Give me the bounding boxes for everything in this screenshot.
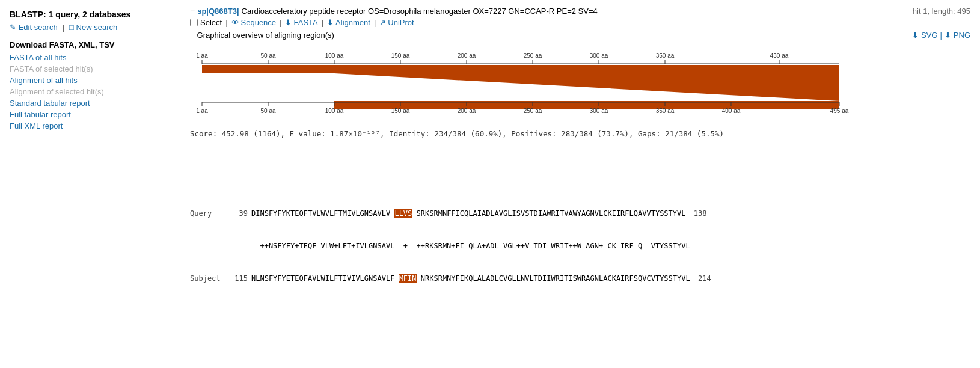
sidebar-link-std-tabular[interactable]: Standard tabular report xyxy=(10,99,170,108)
select-checkbox[interactable] xyxy=(190,19,198,26)
subject-row-1: Subject115NLNSFYFYETEQFAVLWILFTIVIVLGNSA… xyxy=(190,273,970,284)
hit-header: − sp|Q868T3| Cardioacceleratory peptide … xyxy=(190,6,970,16)
blastp-title: BLASTP: 1 query, 2 databases xyxy=(10,10,170,19)
sidebar-link-align-all[interactable]: Alignment of all hits xyxy=(10,76,170,85)
download-icon4: ⬇ xyxy=(945,31,951,40)
sidebar-link-full-xml[interactable]: Full XML report xyxy=(10,121,170,130)
eye-icon: 👁 xyxy=(231,18,239,27)
external-link-icon: ↗ xyxy=(379,18,386,27)
alignment-seq-block-2: Query139VASIDRYDAITHPMNFS SWKRARVLVMLAWL… xyxy=(190,356,970,368)
fasta-action[interactable]: ⬇ FASTA xyxy=(285,18,317,27)
svg-marker-20 xyxy=(202,73,839,101)
alignment-action[interactable]: ⬇ Alignment xyxy=(327,18,370,27)
hit-accession-link[interactable]: sp|Q868T3| xyxy=(197,7,239,16)
svg-text:200 aa: 200 aa xyxy=(458,108,476,114)
svg-text:495 aa: 495 aa xyxy=(830,108,849,114)
svg-text:1 aa: 1 aa xyxy=(196,52,208,59)
sidebar-link-align-selected: Alignment of selected hit(s) xyxy=(10,87,170,96)
hit-description: Cardioacceleratory peptide receptor OS=D… xyxy=(242,7,598,16)
alignment-seq-block-1: Query39DINSFYFYKTEQFTVLWVLFTMIVLGNSAVLV … xyxy=(190,186,970,305)
svg-text:300 aa: 300 aa xyxy=(590,52,608,59)
svg-text:200 aa: 200 aa xyxy=(458,52,476,59)
svg-text:100 aa: 100 aa xyxy=(325,52,344,59)
pencil-icon: ✎ xyxy=(10,23,16,32)
svg-text:250 aa: 250 aa xyxy=(524,108,542,114)
svg-text:150 aa: 150 aa xyxy=(391,52,410,59)
new-search-link[interactable]: □ New search xyxy=(69,23,117,32)
sidebar-link-fasta-selected: FASTA of selected hit(s) xyxy=(10,64,170,73)
graphical-section: − Graphical overview of aligning region(… xyxy=(190,31,970,127)
alignment-graphic: 1 aa 50 aa 100 aa 150 aa 200 aa 250 aa 3… xyxy=(190,41,851,125)
download-icon2: ⬇ xyxy=(327,18,334,27)
collapse-hit-button[interactable]: − xyxy=(190,6,195,16)
sequence-action[interactable]: 👁 Sequence xyxy=(231,18,277,27)
svg-text:300 aa: 300 aa xyxy=(590,108,608,114)
document-icon: □ xyxy=(69,23,74,32)
query-row-1: Query39DINSFYFYKTEQFTVLWVLFTMIVLGNSAVLV … xyxy=(190,208,970,219)
svg-text:430 aa: 430 aa xyxy=(770,52,789,59)
svg-text:250 aa: 250 aa xyxy=(524,52,542,59)
svg-text:1 aa: 1 aa xyxy=(196,108,208,114)
svg-text:100 aa: 100 aa xyxy=(325,108,344,114)
graphical-collapse-btn[interactable]: − xyxy=(190,31,195,40)
svg-rect-19 xyxy=(202,65,839,73)
svg-download-link[interactable]: SVG xyxy=(921,31,937,40)
download-icon: ⬇ xyxy=(285,18,292,27)
svg-text:400 aa: 400 aa xyxy=(722,108,741,114)
svg-text:50 aa: 50 aa xyxy=(260,52,275,59)
sidebar-link-fasta-all[interactable]: FASTA of all hits xyxy=(10,53,170,62)
edit-search-link[interactable]: ✎ Edit search xyxy=(10,23,58,32)
download-icon3: ⬇ xyxy=(912,31,919,40)
svg-text:150 aa: 150 aa xyxy=(391,108,410,114)
download-section-title: Download FASTA, XML, TSV xyxy=(10,40,170,49)
svg-text:50 aa: 50 aa xyxy=(260,108,275,114)
select-checkbox-label[interactable]: Select xyxy=(190,18,222,27)
hit-actions-bar: Select | 👁 Sequence | ⬇ FASTA | ⬇ Alignm… xyxy=(190,18,970,27)
svg-text:350 aa: 350 aa xyxy=(656,52,675,59)
svg-text:350 aa: 350 aa xyxy=(656,108,675,114)
sidebar-link-full-tabular[interactable]: Full tabular report xyxy=(10,110,170,119)
hit-number: hit 1, length: 495 xyxy=(913,7,970,16)
uniprot-action[interactable]: ↗ UniProt xyxy=(379,18,414,27)
alignment-block: Query39DINSFYFYKTEQFTVLWVLFTMIVLGNSAVLV … xyxy=(190,143,970,368)
mid-row-1: ++NSFYFY+TEQF VLW+LFT+IVLGNSAVL + ++RKSR… xyxy=(190,241,970,251)
png-download-link[interactable]: PNG xyxy=(954,31,970,40)
score-line: Score: 452.98 (1164), E value: 1.87×10⁻¹… xyxy=(190,129,970,138)
